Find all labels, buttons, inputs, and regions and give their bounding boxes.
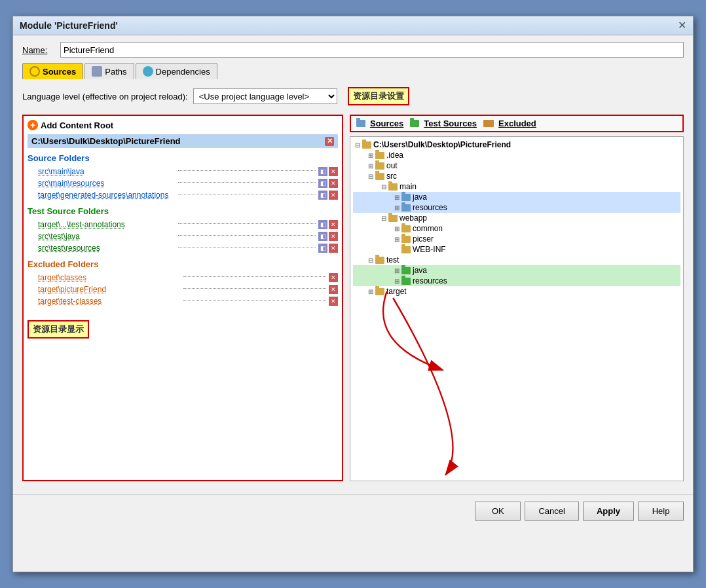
tree-panel[interactable]: ⊟ C:\Users\Dulk\Desktop\PictureFriend ⊞ …	[350, 136, 684, 481]
root-path-row: C:\Users\Dulk\Desktop\PictureFriend ✕	[28, 134, 338, 148]
test-folder-1: target\...\test-annotations ◧ ✕	[28, 219, 338, 230]
tree-root[interactable]: ⊟ C:\Users\Dulk\Desktop\PictureFriend	[353, 139, 680, 150]
test-2-remove-icon[interactable]: ✕	[329, 232, 338, 241]
tree-node-picser[interactable]: ⊞ picser	[353, 234, 680, 244]
out-expander: ⊞	[366, 162, 375, 170]
java-source-expander: ⊞	[392, 194, 401, 201]
source-2-edit-icon[interactable]: ◧	[318, 179, 327, 188]
source-folder-1: src\main\java ◧ ✕	[28, 166, 338, 177]
dialog-body: Name: Sources Paths Dependencies Languag…	[13, 35, 693, 488]
tree-node-test[interactable]: ⊟ test	[353, 255, 680, 265]
dependencies-tab-icon	[143, 66, 153, 77]
close-button[interactable]: ✕	[678, 20, 686, 31]
name-row: Name:	[22, 42, 684, 58]
resources-test-label: resources	[413, 276, 447, 285]
language-level-select[interactable]: <Use project language level>	[193, 88, 337, 104]
cancel-button[interactable]: Cancel	[525, 502, 578, 521]
tree-node-java-source[interactable]: ⊞ java	[353, 192, 680, 202]
tab-paths[interactable]: Paths	[84, 63, 134, 79]
src-label: src	[386, 172, 397, 181]
root-label: C:\Users\Dulk\Desktop\PictureFriend	[373, 140, 511, 149]
root-folder-icon	[362, 141, 371, 149]
source-tab-excluded[interactable]: Excluded	[483, 119, 536, 128]
dialog-title: Module 'PictureFriend'	[20, 20, 118, 31]
test-expander: ⊟	[366, 257, 375, 264]
name-input[interactable]	[60, 42, 684, 58]
excl-3-remove-icon[interactable]: ✕	[329, 297, 338, 306]
tab-dependencies[interactable]: Dependencies	[136, 63, 217, 79]
test-1-edit-icon[interactable]: ◧	[318, 220, 327, 229]
src-folder-icon	[375, 173, 384, 180]
left-panel: + Add Content Root C:\Users\Dulk\Desktop…	[22, 115, 343, 481]
out-folder-icon	[375, 162, 384, 170]
tree-node-src[interactable]: ⊟ src	[353, 171, 680, 181]
excluded-folders-title: Excluded Folders	[28, 259, 338, 269]
add-icon: +	[28, 120, 38, 130]
excluded-folder-3: target\test-classes ✕	[28, 295, 338, 307]
root-path-remove[interactable]: ✕	[325, 137, 334, 146]
language-row: Language level (effective on project rel…	[22, 84, 684, 108]
test-folder-2: src\test\java ◧ ✕	[28, 230, 338, 242]
root-path: C:\Users\Dulk\Desktop\PictureFriend	[31, 136, 181, 146]
java-test-folder-icon	[401, 267, 411, 274]
tree-node-main[interactable]: ⊟ main	[353, 181, 680, 192]
test-3-edit-icon[interactable]: ◧	[318, 244, 327, 253]
dialog: Module 'PictureFriend' ✕ Name: Sources P…	[12, 16, 694, 572]
tree-node-webapp[interactable]: ⊟ webapp	[353, 213, 680, 223]
common-expander: ⊞	[392, 225, 401, 232]
target-label: target	[386, 287, 407, 296]
tree-node-java-test[interactable]: ⊞ java	[353, 265, 680, 276]
java-test-expander: ⊞	[392, 267, 401, 274]
picser-folder-icon	[401, 236, 411, 243]
source-3-remove-icon[interactable]: ✕	[329, 191, 338, 200]
tree-node-common[interactable]: ⊞ common	[353, 223, 680, 234]
add-content-root-button[interactable]: + Add Content Root	[28, 120, 338, 130]
ok-button[interactable]: OK	[475, 502, 521, 521]
source-folder-2: src\main\resources ◧ ✕	[28, 177, 338, 189]
resources-source-folder-icon	[401, 204, 411, 211]
add-content-root-label: Add Content Root	[41, 120, 113, 130]
src-expander: ⊟	[366, 173, 375, 180]
resources-source-label: resources	[413, 203, 447, 212]
tabs-row: Sources Paths Dependencies	[22, 63, 684, 79]
sources-tab-text: Sources	[370, 119, 403, 128]
tree-node-out[interactable]: ⊞ out	[353, 160, 680, 171]
source-3-edit-icon[interactable]: ◧	[318, 191, 327, 200]
webinf-folder-icon	[401, 246, 411, 253]
tree-node-resources-test[interactable]: ⊞ resources	[353, 276, 680, 286]
tree-node-resources-source[interactable]: ⊞ resources	[353, 202, 680, 213]
tree-node-webinf[interactable]: WEB-INF	[353, 244, 680, 255]
test-label: test	[386, 255, 399, 265]
source-folders-title: Source Folders	[28, 153, 338, 163]
java-source-folder-icon	[401, 194, 411, 201]
help-button[interactable]: Help	[638, 502, 684, 521]
source-tab-test-sources[interactable]: Test Sources	[410, 119, 477, 128]
tab-sources[interactable]: Sources	[22, 63, 83, 79]
apply-button[interactable]: Apply	[583, 502, 634, 521]
source-2-remove-icon[interactable]: ✕	[329, 179, 338, 188]
picser-expander: ⊞	[392, 236, 401, 243]
right-panel: Sources Test Sources Excluded ⊟	[350, 115, 684, 481]
tree-node-idea[interactable]: ⊞ .idea	[353, 150, 680, 160]
test-sources-folder-icon	[410, 120, 419, 127]
test-folder-3: src\test\resources ◧ ✕	[28, 242, 338, 254]
test-1-remove-icon[interactable]: ✕	[329, 220, 338, 229]
sources-tab-icon	[29, 66, 40, 77]
test-3-remove-icon[interactable]: ✕	[329, 244, 338, 253]
excl-2-remove-icon[interactable]: ✕	[329, 285, 338, 294]
source-1-edit-icon[interactable]: ◧	[318, 167, 327, 176]
test-2-edit-icon[interactable]: ◧	[318, 232, 327, 241]
titlebar: Module 'PictureFriend' ✕	[13, 16, 693, 35]
source-tab-sources[interactable]: Sources	[356, 119, 403, 128]
tree-node-target[interactable]: ⊞ target	[353, 286, 680, 297]
webinf-label: WEB-INF	[413, 245, 446, 254]
source-folder-3: target\generated-sources\annotations ◧ ✕	[28, 189, 338, 201]
excl-1-remove-icon[interactable]: ✕	[329, 273, 338, 282]
out-label: out	[386, 161, 398, 170]
idea-label: .idea	[386, 151, 403, 160]
java-test-label: java	[413, 266, 427, 275]
annotation-left-container: 资源目录显示	[28, 314, 338, 339]
main-content: + Add Content Root C:\Users\Dulk\Desktop…	[22, 115, 684, 481]
source-1-remove-icon[interactable]: ✕	[329, 167, 338, 176]
sources-folder-icon	[356, 120, 365, 127]
